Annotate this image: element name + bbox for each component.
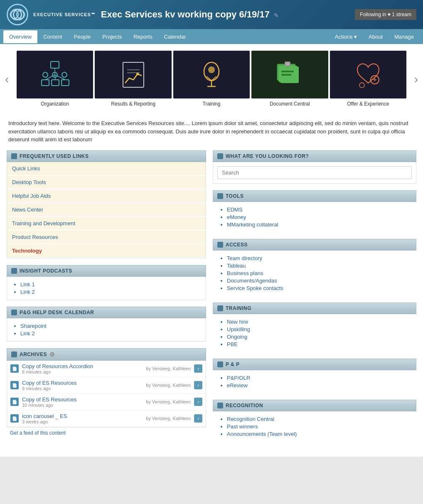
- carousel-items: Organization Results & Reporting: [17, 51, 406, 108]
- archive-doc-icon-2: 📄: [10, 398, 19, 406]
- access-documents[interactable]: Documents/Agendas: [227, 278, 277, 284]
- archive-info-3: icon carousel _ ES 3 weeks ago: [22, 413, 143, 424]
- insight-header: INSIGHT PODCASTS: [7, 265, 206, 277]
- training-upskilling[interactable]: Upskilling: [227, 326, 250, 332]
- archive-arrow-2[interactable]: ›: [194, 398, 202, 406]
- recognition-header-icon: [217, 403, 223, 408]
- nav-manage[interactable]: Manage: [389, 30, 420, 43]
- pg-sharepoint-link[interactable]: Sharepoint: [20, 323, 47, 329]
- search-input[interactable]: [217, 166, 412, 179]
- archive-title-3[interactable]: icon carousel _ ES: [22, 413, 143, 419]
- nav-actions[interactable]: Actions ▾: [329, 30, 363, 43]
- archive-arrow-3[interactable]: ›: [194, 414, 202, 423]
- carousel-item-report[interactable]: Results & Reporting: [95, 51, 171, 108]
- following-button[interactable]: Following in ♥ 1 stream: [355, 9, 416, 20]
- archive-title-2[interactable]: Copy of ES Resources: [22, 396, 143, 403]
- tools-section: TOOLS EDMS eMoney MMarketing collateral: [213, 190, 416, 232]
- search-header-icon: [217, 153, 223, 159]
- carousel-prev[interactable]: ‹: [2, 69, 12, 89]
- svg-point-10: [43, 72, 48, 77]
- archive-time-0: 6 minutes ago: [22, 369, 143, 374]
- pp-ereview[interactable]: eReview: [227, 382, 248, 388]
- carousel-item-offer[interactable]: Offer & Experience: [330, 51, 406, 108]
- insight-header-icon: [11, 268, 17, 274]
- tools-header: TOOLS: [213, 190, 416, 202]
- svg-point-18: [208, 66, 215, 73]
- search-section: WHAT ARE YOU LOOKING FOR?: [213, 150, 416, 184]
- pg-help-section: P&G HELP DESK CALENDAR Sharepoint Link 2: [7, 307, 206, 342]
- archive-title-0[interactable]: Copy of Resources Accordion: [22, 363, 143, 369]
- archive-item-3: 📄 icon carousel _ ES 3 weeks ago by Vers…: [7, 411, 206, 427]
- carousel-img-org: [17, 51, 93, 98]
- carousel-next[interactable]: ›: [411, 69, 421, 89]
- nav-content[interactable]: Content: [37, 30, 68, 43]
- accordion-desktop-tools[interactable]: Desktop Tools: [7, 176, 206, 189]
- training-pbe[interactable]: PBE: [227, 341, 238, 347]
- access-tableau[interactable]: Tableau: [227, 263, 246, 269]
- archive-arrow-0[interactable]: ›: [194, 364, 202, 373]
- carousel-img-training: [173, 51, 250, 98]
- training-ongoing[interactable]: Ongoing: [227, 334, 247, 340]
- insight-link-2[interactable]: Link 2: [20, 289, 35, 295]
- search-header: WHAT ARE YOU LOOKING FOR?: [213, 150, 416, 162]
- right-column: WHAT ARE YOU LOOKING FOR? TOOLS EDMS eMo…: [213, 150, 416, 448]
- tool-edms[interactable]: EDMS: [227, 207, 243, 213]
- tool-mmarketing[interactable]: MMarketing collateral: [227, 221, 278, 228]
- access-team-dir[interactable]: Team directory: [227, 255, 262, 261]
- svg-point-1: [17, 10, 25, 18]
- site-title-area: Exec Services kv working copy 6/19/17 ✎: [101, 9, 279, 20]
- nav-people[interactable]: People: [68, 30, 96, 43]
- archives-gear-icon[interactable]: ⚙: [49, 351, 55, 358]
- freq-header-icon: [11, 153, 17, 159]
- recognition-header: RECOGNITION: [213, 400, 416, 411]
- archive-info-2: Copy of ES Resources 10 minutes ago: [22, 396, 143, 408]
- nav-overview[interactable]: Overview: [3, 30, 37, 43]
- nav-about[interactable]: About: [363, 30, 389, 43]
- archive-arrow-1[interactable]: ›: [194, 381, 202, 389]
- pp-section: P & P P&P/OLR eReview: [213, 359, 416, 393]
- access-section: ACCESS Team directory Tableau Business p…: [213, 239, 416, 296]
- archives-body: 📄 Copy of Resources Accordion 6 minutes …: [7, 361, 206, 428]
- carousel-item-training[interactable]: Training: [173, 51, 250, 108]
- feed-link[interactable]: Get a feed of this content: [7, 428, 206, 438]
- carousel-label-report: Results & Reporting: [95, 100, 171, 108]
- pp-polr[interactable]: P&P/OLR: [227, 375, 250, 381]
- tool-emoney[interactable]: eMoney: [227, 214, 246, 220]
- pg-link-2[interactable]: Link 2: [20, 330, 35, 337]
- insight-link-1[interactable]: Link 1: [20, 281, 35, 288]
- frequently-used-header: FREQUENTLY USED LINKS: [7, 150, 206, 162]
- accordion-training-dev[interactable]: Training and Development: [7, 217, 206, 231]
- archive-time-3: 3 weeks ago: [22, 419, 143, 424]
- recognition-past-winners[interactable]: Past winners: [227, 423, 258, 430]
- main-content: FREQUENTLY USED LINKS Quick Links Deskto…: [0, 150, 423, 448]
- archive-doc-icon-0: 📄: [10, 364, 19, 373]
- recognition-central[interactable]: Recognition Central: [227, 416, 274, 422]
- access-business-plans[interactable]: Business plans: [227, 270, 263, 276]
- archive-title-1[interactable]: Copy of ES Resources: [22, 380, 143, 386]
- accordion-technology[interactable]: Technology: [7, 244, 206, 258]
- training-new-hire[interactable]: New hire: [227, 319, 248, 325]
- carousel-img-doc: [251, 51, 328, 98]
- carousel-item-org[interactable]: Organization: [17, 51, 93, 108]
- archive-info-0: Copy of Resources Accordion 6 minutes ag…: [22, 363, 143, 374]
- pg-help-header: P&G HELP DESK CALENDAR: [7, 307, 206, 318]
- accordion-helpful-job-aids[interactable]: Helpful Job Aids: [7, 189, 206, 203]
- svg-rect-29: [285, 62, 290, 66]
- nav-projects[interactable]: Projects: [96, 30, 128, 43]
- accordion-quick-links[interactable]: Quick Links: [7, 162, 206, 176]
- nav-calendar[interactable]: Calendar: [158, 30, 192, 43]
- archive-doc-icon-3: 📄: [10, 414, 19, 423]
- carousel-label-training: Training: [173, 100, 250, 108]
- access-service-spoke[interactable]: Service Spoke contacts: [227, 285, 283, 291]
- accordion-product-resources[interactable]: Product Resources: [7, 231, 206, 244]
- archive-item-1: 📄 Copy of ES Resources 9 minutes ago by …: [7, 377, 206, 394]
- edit-icon[interactable]: ✎: [274, 12, 279, 19]
- logo-area: EXECUTIVE SERVICES℠ Exec Services kv wor…: [7, 4, 279, 25]
- recognition-announcements[interactable]: Announcements (Team level): [227, 431, 297, 437]
- nav-reports[interactable]: Reports: [128, 30, 158, 43]
- search-body: [213, 162, 416, 184]
- carousel-item-doc[interactable]: Document Central: [251, 51, 328, 108]
- insight-podcasts-section: INSIGHT PODCASTS Link 1 Link 2: [7, 265, 206, 300]
- accordion-news-center[interactable]: News Center: [7, 203, 206, 217]
- insight-body: Link 1 Link 2: [7, 277, 206, 300]
